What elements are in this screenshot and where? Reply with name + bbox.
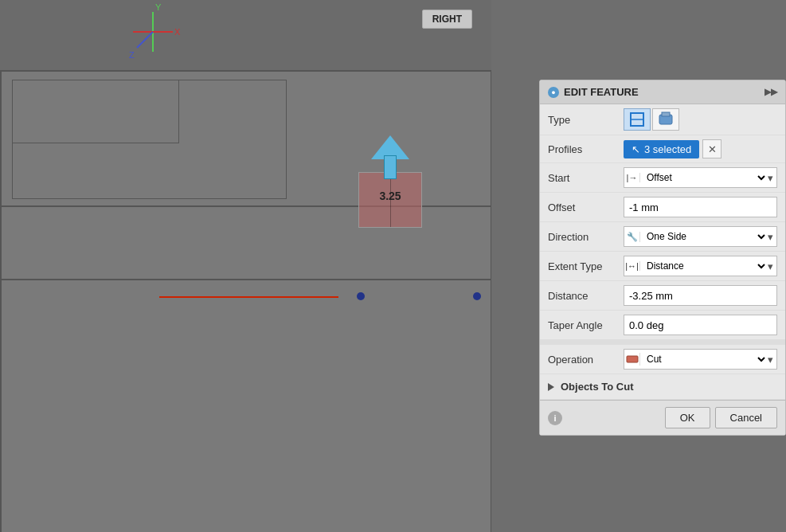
svg-text:Y: Y: [155, 4, 162, 12]
viewport: 3.25 -3.25 mm ⋮ Y X Z RIGHT: [0, 0, 491, 532]
extent-type-label: Extent Type: [548, 260, 624, 272]
direction-dropdown-arrow: ▾: [768, 231, 776, 243]
distance-control: [624, 285, 777, 306]
type-icon-solid[interactable]: [652, 108, 679, 131]
start-dropdown[interactable]: |→ Offset ▾: [624, 167, 777, 188]
profiles-row: Profiles ↖ 3 selected ✕: [540, 135, 785, 163]
panel-collapse-button[interactable]: ▶▶: [764, 87, 777, 97]
info-icon[interactable]: i: [548, 411, 562, 425]
offset-label: Offset: [548, 201, 624, 213]
panel-title: EDIT FEATURE: [564, 86, 639, 98]
operation-select[interactable]: Cut: [640, 351, 768, 367]
axis-line-red: [159, 296, 338, 298]
offset-row: Offset: [540, 193, 785, 222]
objects-to-cut-label: Objects To Cut: [561, 381, 633, 393]
objects-to-cut-expand-icon: [548, 383, 554, 391]
panel-footer: i OK Cancel: [540, 400, 785, 435]
type-row: Type: [540, 104, 785, 135]
profiles-clear-button[interactable]: ✕: [702, 139, 721, 158]
h-line-1: [0, 70, 491, 72]
start-select[interactable]: Offset: [640, 170, 768, 186]
extrude-preview-box: [358, 172, 422, 228]
operation-prefix-icon: [624, 353, 640, 366]
direction-control: 🔧 One Side ▾: [624, 226, 777, 247]
start-control: |→ Offset ▾: [624, 167, 777, 188]
extent-type-prefix-icon: |↔|: [624, 261, 640, 271]
operation-control: Cut ▾: [624, 349, 777, 370]
taper-angle-input[interactable]: [624, 315, 777, 335]
operation-dropdown-arrow: ▾: [768, 354, 776, 366]
viewport-top: [0, 0, 491, 70]
start-prefix-icon: |→: [624, 173, 640, 182]
direction-prefix-icon: 🔧: [624, 232, 640, 242]
offset-input[interactable]: [624, 197, 777, 217]
profiles-label: Profiles: [548, 143, 624, 155]
start-label: Start: [548, 172, 624, 184]
cancel-button[interactable]: Cancel: [715, 407, 777, 428]
start-row: Start |→ Offset ▾: [540, 163, 785, 193]
distance-row: Distance: [540, 281, 785, 311]
svg-line-4: [137, 32, 153, 48]
operation-dropdown[interactable]: Cut ▾: [624, 349, 777, 370]
edit-feature-panel: ● EDIT FEATURE ▶▶ Type: [539, 80, 786, 436]
start-dropdown-arrow: ▾: [768, 172, 776, 184]
taper-angle-row: Taper Angle: [540, 311, 785, 340]
type-icons: [624, 108, 679, 131]
panel-header-left: ● EDIT FEATURE: [548, 86, 639, 98]
extent-type-row: Extent Type |↔| Distance ▾: [540, 252, 785, 281]
shape-rect-2: [12, 80, 179, 143]
axis-dot-right: [473, 292, 481, 300]
svg-text:Z: Z: [129, 50, 135, 60]
svg-rect-9: [662, 112, 670, 116]
axis-indicator: Y X Z: [125, 4, 181, 60]
extrude-center-line: [390, 173, 391, 227]
svg-rect-10: [627, 356, 638, 362]
right-view-button[interactable]: RIGHT: [422, 10, 472, 29]
axis-dot-left: [357, 292, 365, 300]
extent-type-select[interactable]: Distance: [640, 258, 768, 274]
distance-label: Distance: [548, 290, 624, 302]
h-line-3: [0, 279, 491, 280]
direction-select[interactable]: One Side: [640, 229, 768, 244]
panel-header: ● EDIT FEATURE ▶▶: [540, 80, 785, 104]
type-control: [624, 108, 777, 131]
svg-text:X: X: [174, 27, 181, 37]
type-icon-sketch[interactable]: [624, 108, 651, 131]
offset-control: [624, 197, 777, 217]
ok-button[interactable]: OK: [665, 407, 710, 428]
direction-row: Direction 🔧 One Side ▾: [540, 222, 785, 252]
profiles-cursor-icon: ↖: [632, 143, 640, 155]
taper-angle-control: [624, 315, 777, 335]
extent-type-dropdown-arrow: ▾: [768, 260, 776, 272]
panel-header-icon: ●: [548, 87, 559, 98]
taper-angle-label: Taper Angle: [548, 319, 624, 331]
operation-label: Operation: [548, 354, 624, 366]
distance-input[interactable]: [624, 285, 777, 306]
v-line-1: [0, 70, 2, 532]
type-label: Type: [548, 114, 624, 126]
operation-row: Operation Cut ▾: [540, 345, 785, 374]
direction-label: Direction: [548, 231, 624, 243]
extent-type-control: |↔| Distance ▾: [624, 256, 777, 276]
direction-dropdown[interactable]: 🔧 One Side ▾: [624, 226, 777, 247]
profiles-selected-text: 3 selected: [644, 143, 691, 155]
extent-type-dropdown[interactable]: |↔| Distance ▾: [624, 256, 777, 276]
profiles-control: ↖ 3 selected ✕: [624, 139, 777, 158]
v-line-2: [491, 70, 491, 532]
profiles-selected-button[interactable]: ↖ 3 selected: [624, 140, 699, 158]
objects-to-cut-row[interactable]: Objects To Cut: [540, 374, 785, 400]
extrude-arrow-body: [384, 155, 397, 179]
